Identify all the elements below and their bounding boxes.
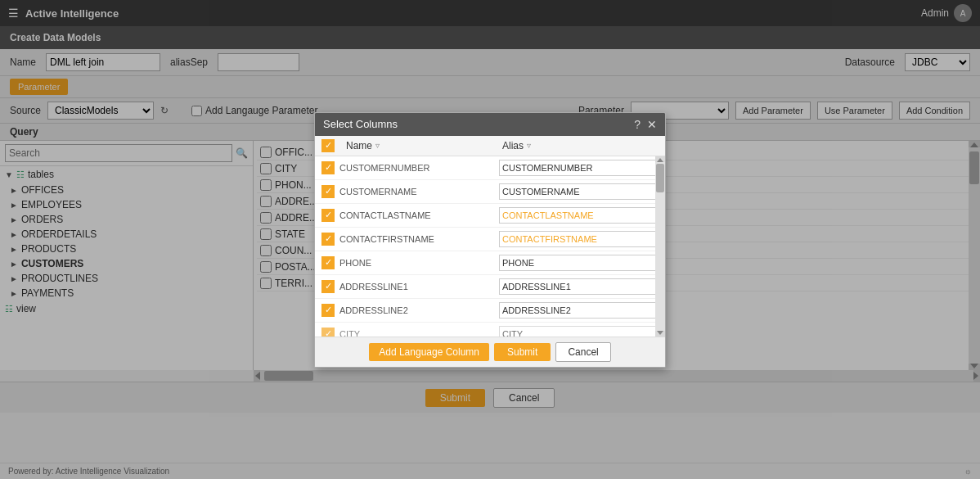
row-name-1: CUSTOMERNAME: [335, 187, 499, 197]
row-name-5: ADDRESSLINE1: [335, 282, 499, 291]
modal-overlay: Select Columns ? ✕ ✓ Name ▿ Alias ▿: [0, 0, 980, 479]
modal-submit-button[interactable]: Submit: [494, 343, 551, 361]
modal-rows-container: ✓ CUSTOMERNUMBER ✓ CUSTOMERNAME ✓ CONTAC…: [315, 156, 665, 337]
select-columns-modal: Select Columns ? ✕ ✓ Name ▿ Alias ▿: [314, 112, 666, 368]
row-checkbox-0[interactable]: ✓: [321, 161, 335, 174]
modal-scrollbar[interactable]: [655, 156, 665, 337]
row-name-7: CITY: [335, 329, 499, 337]
alias-input-7[interactable]: [499, 326, 659, 337]
row-checkbox-2[interactable]: ✓: [321, 209, 335, 222]
row-alias-2: [499, 207, 659, 224]
modal-table-header: ✓ Name ▿ Alias ▿: [315, 136, 665, 156]
row-name-3: CONTACTFIRSTNAME: [335, 234, 499, 244]
row-alias-4: [499, 255, 659, 271]
modal-row-contactlastname: ✓ CONTACTLASTNAME: [315, 204, 665, 228]
row-alias-3: [499, 231, 659, 247]
modal-row-addressline1: ✓ ADDRESSLINE1: [315, 275, 665, 299]
row-alias-5: [499, 278, 659, 295]
row-checkbox-6[interactable]: ✓: [321, 304, 335, 317]
row-name-0: CUSTOMERNUMBER: [335, 163, 499, 173]
alias-input-5[interactable]: [499, 278, 659, 295]
modal-row-customername: ✓ CUSTOMERNAME: [315, 180, 665, 204]
alias-input-1[interactable]: [499, 183, 659, 200]
modal-footer: Add Language Column Submit Cancel: [315, 337, 665, 367]
row-name-6: ADDRESSLINE2: [335, 305, 499, 315]
alias-input-2[interactable]: [499, 207, 659, 224]
row-checkbox-4[interactable]: ✓: [321, 256, 335, 269]
help-icon[interactable]: ?: [634, 118, 641, 131]
modal-scroll-down[interactable]: [657, 331, 663, 335]
row-checkbox-7[interactable]: ✓: [321, 328, 335, 337]
alias-filter-icon[interactable]: ▿: [527, 141, 531, 150]
header-check-col: ✓: [321, 139, 346, 152]
row-alias-0: [499, 160, 659, 176]
row-name-2: CONTACTLASTNAME: [335, 210, 499, 220]
modal-row-customernumber: ✓ CUSTOMERNUMBER: [315, 156, 665, 180]
row-alias-7: [499, 326, 659, 337]
row-alias-1: [499, 183, 659, 200]
name-filter-icon[interactable]: ▿: [375, 141, 380, 150]
row-checkbox-3[interactable]: ✓: [321, 233, 335, 246]
row-name-4: PHONE: [335, 258, 499, 268]
modal-title: Select Columns: [323, 118, 398, 130]
alias-input-6[interactable]: [499, 302, 659, 319]
modal-scroll-thumb[interactable]: [656, 164, 664, 192]
row-alias-6: [499, 302, 659, 319]
modal-row-addressline2: ✓ ADDRESSLINE2: [315, 299, 665, 323]
name-column-header: Name ▿: [346, 140, 502, 151]
modal-row-phone: ✓ PHONE: [315, 251, 665, 275]
alias-column-header: Alias ▿: [502, 140, 659, 151]
alias-input-3[interactable]: [499, 231, 659, 247]
modal-header: Select Columns ? ✕: [315, 113, 665, 136]
modal-row-contactfirstname: ✓ CONTACTFIRSTNAME: [315, 228, 665, 251]
modal-header-actions: ? ✕: [634, 118, 657, 131]
modal-cancel-button[interactable]: Cancel: [555, 342, 610, 362]
row-checkbox-5[interactable]: ✓: [321, 280, 335, 293]
modal-scroll-track: [655, 162, 665, 331]
alias-input-4[interactable]: [499, 255, 659, 271]
row-checkbox-1[interactable]: ✓: [321, 185, 335, 198]
header-checkbox[interactable]: ✓: [321, 139, 335, 152]
close-icon[interactable]: ✕: [647, 118, 657, 131]
alias-input-0[interactable]: [499, 160, 659, 176]
add-language-column-button[interactable]: Add Language Column: [369, 343, 489, 361]
modal-row-city: ✓ CITY: [315, 323, 665, 337]
